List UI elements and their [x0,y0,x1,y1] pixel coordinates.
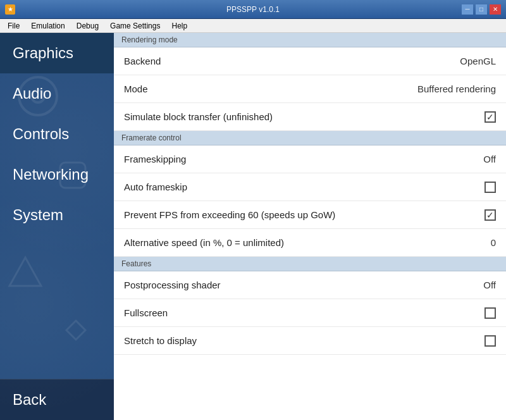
menu-bar: FileEmulationDebugGame SettingsHelp [0,19,506,33]
setting-alternative-speed[interactable]: Alternative speed (in %, 0 = unlimited) … [114,229,506,257]
prevent-fps-checkbox[interactable] [484,209,496,221]
menu-item-game-settings[interactable]: Game Settings [105,20,165,32]
window-title: PPSSPP v1.0.1 [0,5,506,14]
app-icon: ★ [5,4,15,15]
setting-mode[interactable]: Mode Buffered rendering [114,75,506,103]
sidebar: Graphics Audio Controls Networking Syste… [0,33,114,420]
menu-item-debug[interactable]: Debug [71,20,104,32]
stretch-to-display-checkbox[interactable] [484,335,496,347]
setting-simulate-block-transfer[interactable]: Simulate block transfer (unfinished) [114,103,506,131]
sidebar-nav: Graphics Audio Controls Networking Syste… [0,33,114,379]
auto-frameskip-checkbox[interactable] [484,182,496,193]
fullscreen-checkbox[interactable] [484,307,496,319]
section-header-features: Features [114,257,506,271]
maximize-button[interactable]: □ [476,4,487,15]
sidebar-item-system[interactable]: System [0,195,114,235]
menu-item-help[interactable]: Help [166,20,192,32]
sidebar-item-controls[interactable]: Controls [0,114,114,154]
menu-item-emulation[interactable]: Emulation [26,20,70,32]
setting-backend[interactable]: Backend OpenGL [114,47,506,75]
title-bar: ★ PPSSPP v1.0.1 ─ □ ✕ [0,0,506,19]
menu-item-file[interactable]: File [3,20,25,32]
setting-fullscreen[interactable]: Fullscreen [114,299,506,327]
setting-prevent-fps[interactable]: Prevent FPS from exceeding 60 (speeds up… [114,201,506,229]
sidebar-item-networking[interactable]: Networking [0,154,114,195]
setting-stretch-to-display[interactable]: Stretch to display [114,327,506,355]
sidebar-item-audio[interactable]: Audio [0,73,114,114]
content-area: Rendering mode Backend OpenGL Mode Buffe… [114,33,506,420]
setting-frameskipping[interactable]: Frameskipping Off [114,145,506,173]
window-controls: ─ □ ✕ [462,4,501,15]
sidebar-item-graphics[interactable]: Graphics [0,33,114,73]
minimize-button[interactable]: ─ [462,4,473,15]
main-layout: Graphics Audio Controls Networking Syste… [0,33,506,420]
simulate-block-transfer-checkbox[interactable] [484,111,496,123]
back-button[interactable]: Back [0,379,114,420]
setting-auto-frameskip[interactable]: Auto frameskip [114,173,506,201]
close-button[interactable]: ✕ [490,4,501,15]
setting-postprocessing-shader[interactable]: Postprocessing shader Off [114,271,506,299]
title-bar-left: ★ [5,4,15,15]
section-header-framerate-control: Framerate control [114,131,506,145]
section-header-rendering-mode: Rendering mode [114,33,506,47]
